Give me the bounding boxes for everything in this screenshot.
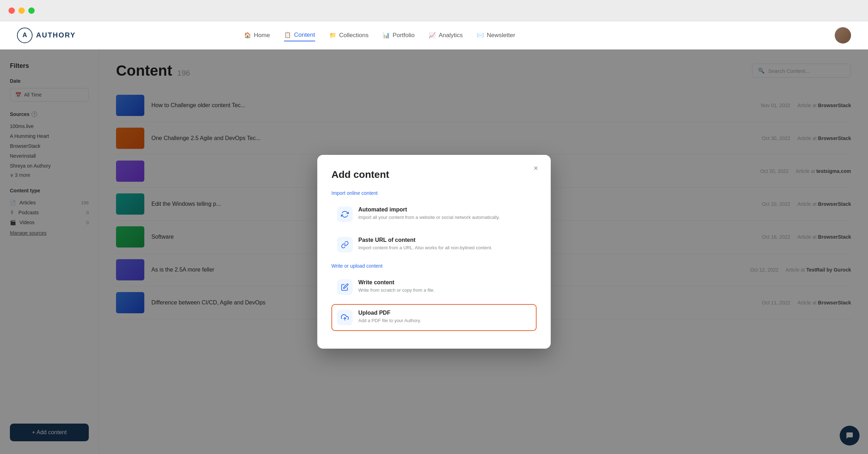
nav-item-content[interactable]: 📋 Content <box>284 29 315 41</box>
modal-close-button[interactable]: × <box>530 162 542 175</box>
nav-label-collections: Collections <box>339 32 369 39</box>
refresh-icon <box>341 210 349 218</box>
upload-pdf-content: Upload PDF Add a PDF file to your Author… <box>358 310 531 324</box>
nav-label-content: Content <box>294 31 315 39</box>
collections-icon: 📁 <box>329 32 336 39</box>
option-write-content[interactable]: Write content Write from scratch or copy… <box>331 274 537 301</box>
upload-icon <box>341 314 349 321</box>
nav-label-portfolio: Portfolio <box>393 32 415 39</box>
paste-url-icon-wrap <box>337 237 353 252</box>
traffic-lights <box>8 7 35 14</box>
paste-url-desc: Import content from a URL. Also works fo… <box>358 245 531 251</box>
nav-item-newsletter[interactable]: ✉️ Newsletter <box>477 30 515 41</box>
browser-chrome <box>0 0 868 21</box>
option-upload-pdf[interactable]: Upload PDF Add a PDF file to your Author… <box>331 304 537 331</box>
upload-pdf-title: Upload PDF <box>358 310 531 316</box>
nav-label-newsletter: Newsletter <box>487 32 515 39</box>
top-navigation: A AUTHORY 🏠 Home 📋 Content 📁 Collections… <box>0 21 868 50</box>
nav-item-collections[interactable]: 📁 Collections <box>329 30 369 41</box>
upload-pdf-desc: Add a PDF file to your Authory. <box>358 318 531 324</box>
modal-overlay[interactable]: Add content × Import online content Auto… <box>0 50 868 454</box>
automated-import-icon-wrap <box>337 206 353 222</box>
write-section-label: Write or upload content <box>331 263 537 269</box>
portfolio-icon: 📊 <box>383 32 390 39</box>
add-content-modal: Add content × Import online content Auto… <box>317 155 551 349</box>
logo[interactable]: A AUTHORY <box>17 28 76 43</box>
write-content-content: Write content Write from scratch or copy… <box>358 279 531 293</box>
automated-import-title: Automated import <box>358 206 531 213</box>
nav-item-analytics[interactable]: 📈 Analytics <box>429 30 463 41</box>
nav-item-portfolio[interactable]: 📊 Portfolio <box>383 30 415 41</box>
nav-links: 🏠 Home 📋 Content 📁 Collections 📊 Portfol… <box>244 29 515 41</box>
nav-item-home[interactable]: 🏠 Home <box>244 30 270 41</box>
option-automated-import[interactable]: Automated import Import all your content… <box>331 201 537 228</box>
newsletter-icon: ✉️ <box>477 32 484 39</box>
content-icon: 📋 <box>284 31 291 38</box>
upload-pdf-icon-wrap <box>337 310 353 325</box>
modal-title: Add content <box>331 169 537 180</box>
write-icon-wrap <box>337 279 353 295</box>
write-title: Write content <box>358 279 531 286</box>
close-traffic-light[interactable] <box>8 7 15 14</box>
user-avatar[interactable] <box>835 27 851 43</box>
avatar-image <box>835 27 851 43</box>
import-section-label: Import online content <box>331 190 537 196</box>
paste-url-content: Paste URL of content Import content from… <box>358 237 531 251</box>
option-paste-url[interactable]: Paste URL of content Import content from… <box>331 231 537 258</box>
analytics-icon: 📈 <box>429 32 436 39</box>
main-layout: Filters Date 📅 All Time Sources ? 100ms.… <box>0 50 868 454</box>
fullscreen-traffic-light[interactable] <box>28 7 35 14</box>
nav-label-analytics: Analytics <box>439 32 463 39</box>
edit-icon <box>341 283 349 291</box>
nav-label-home: Home <box>254 32 270 39</box>
write-desc: Write from scratch or copy from a file. <box>358 287 531 293</box>
home-icon: 🏠 <box>244 32 251 39</box>
automated-import-content: Automated import Import all your content… <box>358 206 531 221</box>
minimize-traffic-light[interactable] <box>18 7 25 14</box>
paste-url-title: Paste URL of content <box>358 237 531 243</box>
automated-import-desc: Import all your content from a website o… <box>358 214 531 221</box>
logo-icon: A <box>17 28 33 43</box>
link-icon <box>341 241 349 249</box>
app-container: A AUTHORY 🏠 Home 📋 Content 📁 Collections… <box>0 21 868 454</box>
logo-text: AUTHORY <box>36 31 76 39</box>
